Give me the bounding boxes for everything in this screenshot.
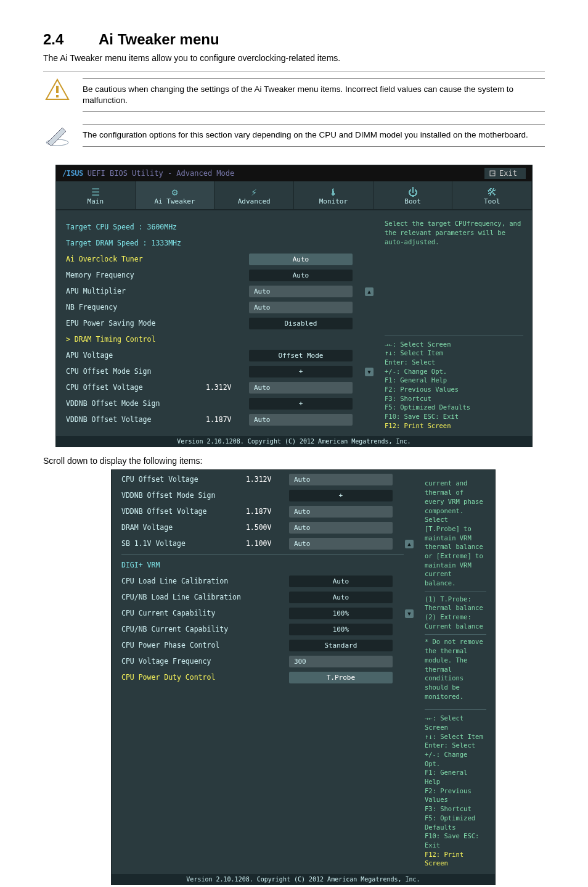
- setting-label: CPU/NB Current Capability: [121, 625, 246, 633]
- bios-setting-row[interactable]: Memory FrequencyAuto: [66, 267, 376, 283]
- setting-value[interactable]: Offset Mode: [249, 350, 353, 361]
- bios-setting-row[interactable]: CPU Load Line CalibrationAuto: [121, 573, 416, 589]
- bios-setting-row[interactable]: CPU Voltage Frequency300: [121, 653, 416, 669]
- setting-value[interactable]: Auto: [249, 414, 353, 426]
- setting-readout: 1.500V: [246, 523, 289, 532]
- bios-setting-row[interactable]: VDDNB Offset Mode Sign+: [121, 487, 416, 503]
- setting-label: CPU Offset Voltage: [66, 383, 206, 392]
- bios-setting-row[interactable]: CPU Offset Mode Sign+▼: [66, 363, 376, 379]
- bios-tabs: ☰Main ⚙Ai Tweaker ⚡Advanced 🌡Monitor ⏻Bo…: [56, 181, 532, 210]
- bios-setting-row[interactable]: > DRAM Timing Control: [66, 331, 376, 347]
- bios-setting-row[interactable]: CPU/NB Current Capability100%: [121, 621, 416, 637]
- setting-readout: 1.312V: [206, 383, 249, 392]
- caution-icon: [45, 78, 70, 101]
- bios-setting-row[interactable]: SB 1.1V Voltage1.100VAuto▲: [121, 535, 416, 551]
- bios-setting-row[interactable]: Ai Overclock TunerAuto: [66, 251, 376, 267]
- setting-value[interactable]: Auto: [289, 522, 393, 534]
- intro-text: The Ai Tweaker menu items allow you to c…: [43, 53, 545, 63]
- help-text-2: current and thermal of every VRM phase c…: [425, 479, 486, 704]
- setting-value[interactable]: Auto: [249, 286, 353, 297]
- svg-rect-2: [56, 95, 59, 97]
- setting-label: Ai Overclock Tuner: [66, 255, 206, 263]
- setting-label: CPU Power Duty Control: [121, 673, 246, 682]
- bios-setting-row[interactable]: VDDNB Offset Voltage1.187VAuto: [121, 503, 416, 519]
- setting-readout: 1.100V: [246, 539, 289, 548]
- bios-setting-row[interactable]: CPU Offset Voltage1.312VAuto: [121, 471, 416, 487]
- section-heading: 2.4Ai Tweaker menu: [43, 31, 545, 48]
- tab-monitor[interactable]: 🌡Monitor: [294, 181, 374, 209]
- tab-advanced[interactable]: ⚡Advanced: [214, 181, 294, 209]
- bios-setting-row[interactable]: DRAM Voltage1.500VAuto: [121, 519, 416, 535]
- setting-label: CPU Offset Voltage: [121, 475, 246, 484]
- tab-boot[interactable]: ⏻Boot: [374, 181, 453, 209]
- setting-label: APU Multiplier: [66, 287, 206, 295]
- exit-icon: [489, 170, 496, 176]
- setting-value[interactable]: Auto: [249, 382, 353, 394]
- key-legend: →←: Select Screen↑↓: Select ItemEnter: S…: [385, 336, 523, 431]
- target-dram-speed: Target DRAM Speed : 1333MHz: [66, 239, 376, 247]
- tab-ai-tweaker[interactable]: ⚙Ai Tweaker: [136, 181, 215, 209]
- bios-setting-row[interactable]: CPU/NB Load Line CalibrationAuto: [121, 589, 416, 605]
- setting-label: EPU Power Saving Mode: [66, 319, 206, 328]
- bios-setting-row[interactable]: CPU Power Duty ControlT.Probe: [121, 669, 416, 685]
- tab-tool[interactable]: 🛠Tool: [452, 181, 532, 209]
- tab-main[interactable]: ☰Main: [56, 181, 136, 209]
- setting-label: CPU Current Capability: [121, 609, 246, 617]
- setting-value[interactable]: Auto: [249, 270, 353, 281]
- bios-setting-row[interactable]: CPU Offset Voltage1.312VAuto: [66, 379, 376, 395]
- scroll-down-icon[interactable]: ▼: [365, 368, 374, 376]
- setting-label: DRAM Voltage: [121, 523, 246, 532]
- setting-value[interactable]: 100%: [289, 608, 393, 619]
- scroll-up-icon[interactable]: ▲: [405, 540, 414, 548]
- setting-label: CPU/NB Load Line Calibration: [121, 593, 246, 601]
- setting-readout: 1.312V: [246, 475, 289, 484]
- bios-screenshot-2: CPU Offset Voltage1.312VAuto VDDNB Offse…: [111, 469, 496, 885]
- bios-setting-row[interactable]: APU VoltageOffset Mode: [66, 347, 376, 363]
- setting-label: CPU Voltage Frequency: [121, 657, 246, 666]
- setting-label: SB 1.1V Voltage: [121, 539, 246, 548]
- bios-setting-row[interactable]: APU MultiplierAuto▲: [66, 283, 376, 299]
- setting-value[interactable]: +: [249, 366, 353, 377]
- scroll-note: Scroll down to display the following ite…: [43, 456, 545, 466]
- bios-setting-row[interactable]: NB FrequencyAuto: [66, 299, 376, 315]
- bios-setting-row[interactable]: VDDNB Offset Voltage1.187VAuto: [66, 411, 376, 427]
- setting-value[interactable]: Auto: [289, 506, 393, 518]
- setting-value[interactable]: Auto: [289, 538, 393, 550]
- setting-label: Memory Frequency: [66, 271, 206, 279]
- caution-note: Be cautious when changing the settings o…: [43, 72, 545, 118]
- bios-titlebar: /ISUS UEFI BIOS Utility - Advanced Mode …: [56, 165, 532, 181]
- setting-value[interactable]: Standard: [289, 640, 393, 651]
- setting-value[interactable]: +: [249, 398, 353, 410]
- setting-value[interactable]: +: [289, 490, 393, 501]
- setting-value[interactable]: Auto: [289, 474, 393, 485]
- pen-icon: [44, 124, 71, 147]
- exit-button[interactable]: Exit: [484, 168, 526, 179]
- setting-value[interactable]: Auto: [249, 302, 353, 313]
- digi-vrm-header: DIGI+ VRM: [121, 561, 416, 569]
- setting-value[interactable]: Auto: [289, 576, 393, 587]
- setting-label: VDDNB Offset Voltage: [121, 507, 246, 516]
- setting-value[interactable]: 100%: [289, 624, 393, 635]
- setting-label: CPU Load Line Calibration: [121, 577, 246, 585]
- setting-value[interactable]: Auto: [249, 254, 353, 265]
- bios-setting-row[interactable]: CPU Current Capability100%▼: [121, 605, 416, 621]
- bios-screenshot-1: /ISUS UEFI BIOS Utility - Advanced Mode …: [55, 165, 533, 447]
- setting-label: CPU Offset Mode Sign: [66, 367, 206, 376]
- bios-setting-row[interactable]: VDDNB Offset Mode Sign+: [66, 395, 376, 411]
- setting-label: APU Voltage: [66, 351, 206, 360]
- setting-value[interactable]: Auto: [289, 592, 393, 603]
- setting-value[interactable]: 300: [289, 656, 393, 667]
- setting-value[interactable]: Disabled: [249, 318, 353, 329]
- setting-label: VDDNB Offset Voltage: [66, 415, 206, 424]
- help-text: Select the target CPUfrequency, and the …: [385, 219, 523, 330]
- key-legend-2: →←: Select Screen↑↓: Select ItemEnter: S…: [425, 709, 486, 868]
- setting-label: CPU Power Phase Control: [121, 641, 246, 650]
- scroll-up-icon[interactable]: ▲: [365, 287, 374, 296]
- scroll-down-icon[interactable]: ▼: [405, 609, 414, 618]
- svg-rect-1: [56, 86, 59, 93]
- bios-setting-row[interactable]: EPU Power Saving ModeDisabled: [66, 315, 376, 331]
- setting-value[interactable]: T.Probe: [289, 672, 393, 683]
- setting-readout: 1.187V: [246, 507, 289, 516]
- bios-setting-row[interactable]: CPU Power Phase ControlStandard: [121, 637, 416, 653]
- setting-label: NB Frequency: [66, 303, 206, 311]
